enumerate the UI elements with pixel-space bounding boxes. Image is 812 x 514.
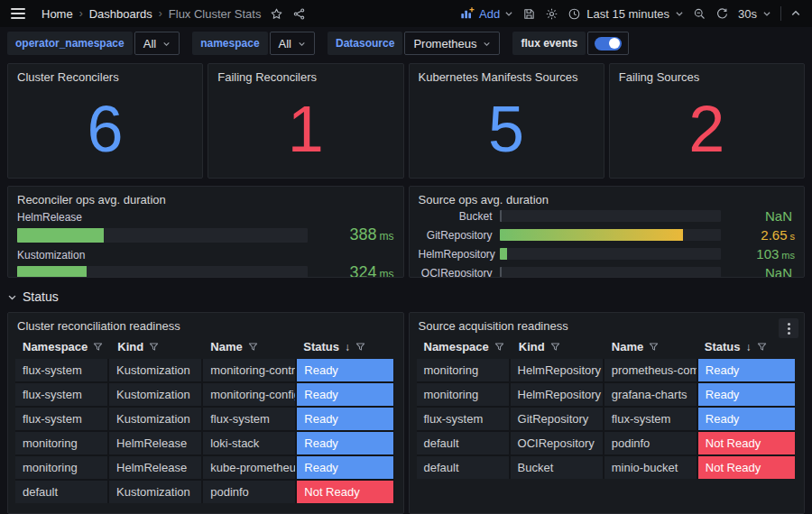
column-header-status[interactable]: Status↓ — [296, 340, 393, 353]
variable-operator-namespace: operator_namespace All — [7, 32, 180, 55]
table-cell: Kustomization — [109, 408, 201, 430]
star-icon[interactable] — [270, 7, 283, 21]
table-cell: monitoring — [417, 359, 509, 381]
filter-funnel-icon — [757, 342, 767, 352]
gauge-bucket: Bucket NaN — [410, 208, 805, 224]
table-cell: flux-system — [15, 359, 107, 381]
stat-value: 5 — [410, 87, 604, 178]
variable-label: Datasource — [328, 32, 402, 55]
time-range-picker[interactable]: Last 15 minutes — [567, 7, 684, 21]
gauge-bar — [500, 267, 502, 278]
column-header-namespace[interactable]: Namespace — [417, 340, 512, 353]
panel-reconciler-ops-duration: Reconciler ops avg. duration HelmRelease… — [7, 186, 404, 278]
gauge-helmrelease: HelmRelease 388ms — [8, 211, 403, 244]
status-badge: Ready — [297, 432, 393, 454]
variable-select-namespace[interactable]: All — [270, 32, 315, 55]
hamburger-menu-icon[interactable] — [11, 8, 25, 19]
column-header-namespace[interactable]: Namespace — [15, 340, 110, 353]
table-cell: monitoring — [417, 383, 509, 406]
panel-source-ops-duration: Source ops avg. duration Bucket NaN GitR… — [409, 186, 806, 278]
table-header-row: Namespace Kind Name Status↓ — [15, 336, 394, 359]
panel-title[interactable]: Source acquisition readiness — [410, 313, 805, 336]
gauge-value: 388ms — [317, 225, 394, 244]
breadcrumb: Home › Dashboards › Flux Cluster Stats — [42, 7, 261, 21]
breadcrumb-dashboards[interactable]: Dashboards — [89, 7, 152, 21]
gauge-bar — [17, 266, 87, 279]
breadcrumb-current-page: Flux Cluster Stats — [169, 7, 262, 21]
gauge-label: OCIRepository — [419, 267, 493, 279]
table-cell: kube-prometheu... — [203, 456, 295, 479]
collapse-chevron-up-icon[interactable] — [790, 8, 801, 19]
panel-source-acquisition-readiness: Source acquisition readiness Namespace K… — [409, 312, 806, 514]
table-cell: default — [15, 481, 107, 503]
column-header-name[interactable]: Name — [604, 340, 697, 353]
table-cell: flux-system — [15, 383, 107, 406]
gauge-label: GitRepository — [419, 229, 493, 242]
column-header-kind[interactable]: Kind — [512, 340, 604, 353]
panel-title[interactable]: Cluster reconciliation readiness — [8, 313, 403, 336]
table-cell: flux-system — [15, 408, 107, 430]
table-cell: flux-system — [604, 408, 697, 430]
column-header-name[interactable]: Name — [203, 340, 296, 353]
breadcrumb-home[interactable]: Home — [42, 7, 73, 21]
flux-events-toggle[interactable] — [587, 32, 629, 55]
table-cell: Kustomization — [109, 481, 201, 503]
row-header-label: Status — [23, 289, 59, 304]
panel-title[interactable]: Failing Reconcilers — [208, 64, 402, 87]
gauge-track — [17, 228, 308, 243]
panel-title[interactable]: Failing Sources — [610, 64, 804, 87]
dashboard-body: Cluster Reconcilers 6 Failing Reconciler… — [0, 60, 812, 514]
variable-select-operator-namespace[interactable]: All — [134, 32, 180, 55]
table-cell: podinfo — [203, 481, 295, 503]
panel-title[interactable]: Reconciler ops avg. duration — [8, 187, 403, 210]
table-cell: monitoring-configs — [203, 383, 295, 406]
variable-label: flux events — [512, 32, 586, 55]
filter-funnel-icon — [494, 342, 504, 352]
gauge-track — [500, 248, 722, 260]
gauge-track — [500, 210, 722, 222]
gauge-value: NaN — [728, 265, 795, 278]
panel-title[interactable]: Source ops avg. duration — [410, 187, 805, 208]
add-button[interactable]: Add — [460, 6, 513, 21]
status-badge: Ready — [297, 408, 393, 430]
table-cell: Bucket — [511, 456, 603, 479]
table-cell: default — [417, 456, 509, 479]
gauge-value: 2.65s — [728, 227, 795, 243]
refresh-interval-dropdown[interactable]: 30s — [738, 7, 771, 21]
panel-title[interactable]: Cluster Reconcilers — [8, 64, 202, 87]
toggle-switch-on — [595, 37, 622, 50]
gauge-bar — [500, 248, 508, 260]
filter-funnel-icon — [93, 342, 103, 352]
variable-label: namespace — [192, 32, 267, 55]
breadcrumb-separator: › — [79, 7, 83, 20]
table-cell: minio-bucket — [604, 456, 697, 479]
panel-cluster-reconciliation-readiness: Cluster reconciliation readiness Namespa… — [7, 312, 404, 514]
refresh-icon[interactable] — [715, 7, 729, 21]
table-cell: monitoring — [15, 432, 107, 454]
table-cell: HelmRelease — [109, 456, 201, 479]
variable-value: All — [143, 37, 156, 50]
variable-select-datasource[interactable]: Prometheus — [404, 32, 500, 55]
status-badge: Ready — [698, 359, 795, 381]
dashboard-settings-gear-icon[interactable] — [545, 7, 558, 21]
variable-value: All — [279, 37, 291, 50]
panel-menu-kebab-icon[interactable] — [779, 318, 798, 338]
column-header-kind[interactable]: Kind — [110, 340, 203, 353]
share-icon[interactable] — [292, 7, 306, 21]
filter-funnel-icon — [248, 342, 258, 352]
chevron-down-icon — [483, 40, 491, 48]
filter-funnel-icon — [149, 342, 159, 352]
row-header-status[interactable]: Status — [7, 285, 106, 308]
table-body: monitoringHelmRepositoryprometheus-com..… — [417, 359, 796, 479]
gauge-panels-row: Reconciler ops avg. duration HelmRelease… — [7, 186, 805, 278]
status-badge: Not Ready — [297, 481, 393, 503]
zoom-out-time-icon[interactable] — [693, 7, 706, 21]
panel-title[interactable]: Kubernetes Manifests Sources — [410, 64, 604, 87]
table-cell: HelmRepository — [511, 359, 603, 381]
column-header-status[interactable]: Status↓ — [697, 340, 795, 353]
panel-failing-reconcilers: Failing Reconcilers 1 — [208, 63, 403, 179]
status-badge: Ready — [698, 383, 795, 406]
table-cell: flux-system — [417, 408, 509, 430]
table-cell: Kustomization — [109, 359, 201, 381]
save-dashboard-icon[interactable] — [522, 7, 536, 21]
